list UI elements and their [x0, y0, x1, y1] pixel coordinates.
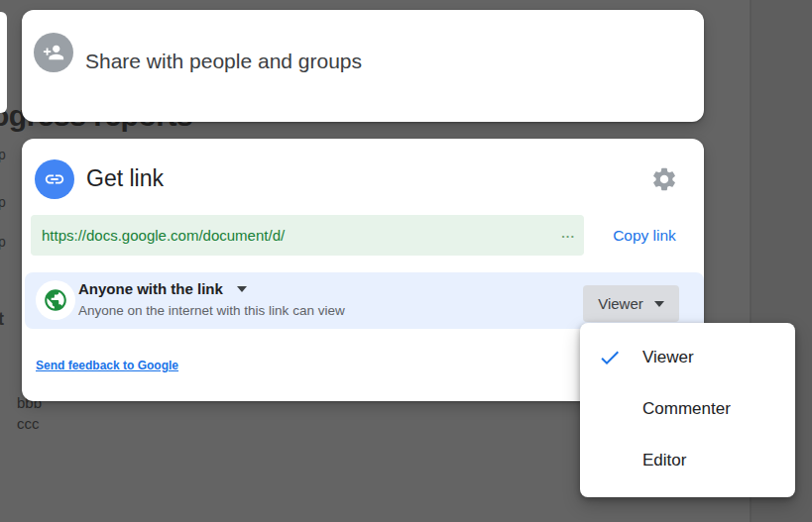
document-link-value: https://docs.google.com/document/d/: [42, 215, 285, 256]
role-button-label: Viewer: [598, 295, 643, 312]
chevron-down-icon: [237, 286, 247, 292]
check-icon: [598, 346, 622, 369]
role-menu-item-label: Editor: [642, 451, 686, 470]
access-scope-description: Anyone on the internet with this link ca…: [78, 303, 345, 318]
role-menu-item-editor[interactable]: Editor: [580, 435, 795, 486]
role-dropdown-button[interactable]: Viewer: [583, 285, 679, 322]
share-dialog-title: Share with people and groups: [85, 50, 362, 73]
access-texts: Anyone with the link Anyone on the inter…: [78, 280, 345, 318]
link-settings-button[interactable]: [647, 162, 681, 196]
document-link-field[interactable]: https://docs.google.com/document/d/ ...: [31, 215, 584, 256]
get-link-title: Get link: [86, 165, 164, 192]
access-scope-dropdown[interactable]: Anyone with the link: [78, 280, 345, 297]
access-scope-label: Anyone with the link: [78, 280, 223, 297]
role-menu-item-commenter[interactable]: Commenter: [580, 383, 795, 435]
link-overflow-ellipsis: ...: [561, 215, 575, 253]
role-menu-item-label: Commenter: [642, 399, 731, 419]
role-menu-item-viewer[interactable]: Viewer: [580, 332, 795, 383]
background-list-item: ccc: [17, 415, 40, 432]
background-text-fragment: t: [0, 309, 4, 330]
globe-icon: [36, 280, 75, 320]
role-menu: Viewer Commenter Editor: [580, 323, 795, 497]
chevron-down-icon: [654, 301, 664, 307]
background-text-fragment: p: [0, 194, 6, 210]
person-add-icon: [34, 33, 73, 72]
role-menu-item-label: Viewer: [642, 348, 694, 367]
gear-icon: [650, 165, 678, 193]
share-people-dialog: Share with people and groups: [22, 10, 704, 122]
screen: ogress reports p p p t bbb ccc Share wit…: [0, 0, 812, 522]
background-text-fragment: p: [0, 234, 6, 250]
copy-link-button[interactable]: Copy link: [589, 215, 700, 256]
link-access-row[interactable]: Anyone with the link Anyone on the inter…: [25, 272, 704, 329]
link-icon: [35, 159, 74, 199]
send-feedback-link[interactable]: Send feedback to Google: [36, 359, 178, 372]
background-text-fragment: p: [0, 147, 6, 162]
background-panel-edge: [0, 12, 7, 113]
